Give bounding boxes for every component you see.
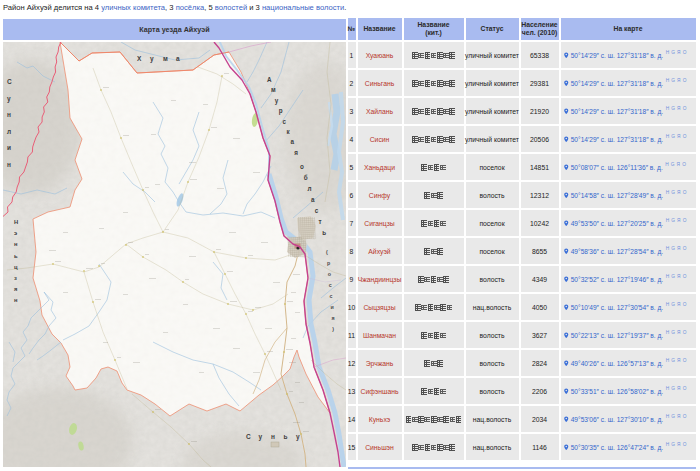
svg-text:Х: Х xyxy=(137,55,142,62)
svg-text:у: у xyxy=(150,55,154,63)
svg-text:о: о xyxy=(300,163,304,170)
svg-text:С: С xyxy=(246,433,251,440)
svg-text:С: С xyxy=(7,78,12,85)
svg-text:л: л xyxy=(307,185,311,192)
svg-text:н: н xyxy=(7,161,11,168)
svg-text:н: н xyxy=(7,111,11,118)
svg-text:а: а xyxy=(290,138,294,145)
svg-text:у: у xyxy=(296,433,300,441)
svg-text:т: т xyxy=(319,218,322,225)
svg-text:у: у xyxy=(7,95,11,103)
svg-text:б: б xyxy=(304,174,308,181)
svg-text:а: а xyxy=(176,55,180,62)
svg-text:я: я xyxy=(294,149,298,156)
svg-text:с: с xyxy=(283,118,287,125)
svg-text:Н: Н xyxy=(14,219,18,225)
svg-text:а: а xyxy=(311,196,315,203)
svg-text:м: м xyxy=(163,55,168,62)
svg-text:з: з xyxy=(14,275,17,281)
svg-text:л: л xyxy=(7,128,11,135)
svg-text:н: н xyxy=(14,241,18,247)
svg-text:): ) xyxy=(332,326,334,332)
svg-text:р: р xyxy=(279,107,283,115)
svg-text:ь: ь xyxy=(284,433,288,440)
svg-text:и: и xyxy=(331,304,334,310)
svg-text:и: и xyxy=(7,144,11,151)
svg-text:э: э xyxy=(14,230,17,236)
svg-text:ь: ь xyxy=(14,253,18,259)
svg-text:с: с xyxy=(330,293,333,299)
svg-text:ь: ь xyxy=(322,229,326,236)
svg-text:н: н xyxy=(271,433,275,440)
svg-text:у: у xyxy=(259,433,263,441)
svg-text:я: я xyxy=(14,286,17,292)
svg-text:у: у xyxy=(275,97,279,105)
svg-text:с: с xyxy=(315,207,319,214)
svg-text:н: н xyxy=(14,297,18,303)
svg-text:м: м xyxy=(271,86,276,93)
svg-text:(: ( xyxy=(326,249,328,255)
svg-text:А: А xyxy=(267,76,272,83)
svg-text:с: с xyxy=(329,282,332,288)
svg-text:ц: ц xyxy=(14,264,18,270)
svg-text:я: я xyxy=(331,315,334,321)
